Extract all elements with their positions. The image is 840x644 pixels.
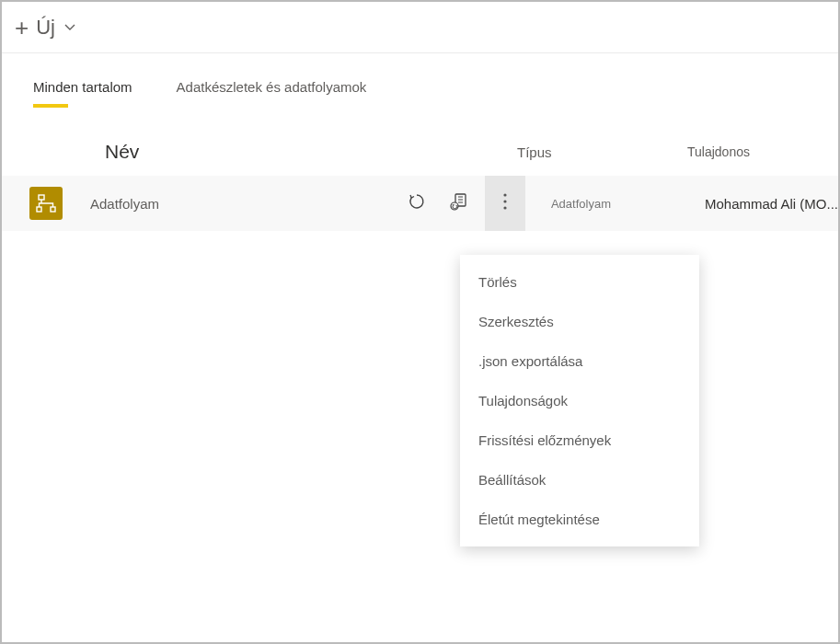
menu-item-delete[interactable]: Törlés — [460, 262, 699, 302]
row-owner: Mohammad Ali (MO... — [705, 196, 838, 212]
chevron-down-icon — [64, 24, 75, 31]
row-type: Adatfolyam — [535, 197, 705, 211]
svg-rect-0 — [39, 195, 44, 200]
menu-item-export-json[interactable]: .json exportálása — [460, 341, 699, 381]
row-icon-cell — [2, 187, 90, 220]
new-button-label: Új — [36, 16, 55, 40]
menu-item-settings[interactable]: Beállítások — [460, 460, 699, 500]
table-row[interactable]: Adatfolyam — [2, 176, 838, 231]
plus-icon: + — [15, 16, 29, 40]
refresh-button[interactable] — [400, 187, 433, 220]
schedule-refresh-button[interactable] — [443, 187, 476, 220]
tab-label: Adatkészletek és adatfolyamok — [177, 79, 367, 95]
tabs: Minden tartalom Adatkészletek és adatfol… — [2, 53, 838, 108]
menu-item-refresh-history[interactable]: Frissítési előzmények — [460, 420, 699, 460]
column-header-owner[interactable]: Tulajdonos — [687, 144, 750, 159]
more-options-button[interactable] — [485, 176, 525, 231]
svg-point-6 — [503, 200, 506, 202]
column-header-type[interactable]: Típus — [517, 144, 687, 160]
column-header-name[interactable]: Név — [2, 141, 517, 163]
svg-point-5 — [503, 193, 506, 196]
toolbar: + Új — [2, 2, 838, 53]
tab-datasets-dataflows[interactable]: Adatkészletek és adatfolyamok — [177, 79, 367, 108]
menu-item-view-lineage[interactable]: Életút megtekintése — [460, 500, 699, 539]
table-header-row: Név Típus Tulajdonos — [2, 108, 838, 176]
schedule-refresh-icon — [450, 192, 468, 214]
row-name: Adatfolyam — [90, 196, 400, 212]
context-menu: Törlés Szerkesztés .json exportálása Tul… — [460, 255, 699, 546]
svg-rect-1 — [37, 207, 41, 212]
dataflow-icon — [29, 187, 63, 220]
more-vertical-icon — [503, 193, 507, 213]
tab-all-content[interactable]: Minden tartalom — [33, 79, 132, 108]
svg-rect-2 — [51, 207, 55, 212]
menu-item-properties[interactable]: Tulajdonságok — [460, 381, 699, 420]
menu-item-edit[interactable]: Szerkesztés — [460, 302, 699, 341]
svg-point-7 — [503, 206, 506, 209]
new-button[interactable]: + Új — [9, 2, 81, 52]
tab-label: Minden tartalom — [33, 79, 132, 95]
row-actions — [400, 176, 535, 231]
refresh-icon — [408, 192, 426, 214]
